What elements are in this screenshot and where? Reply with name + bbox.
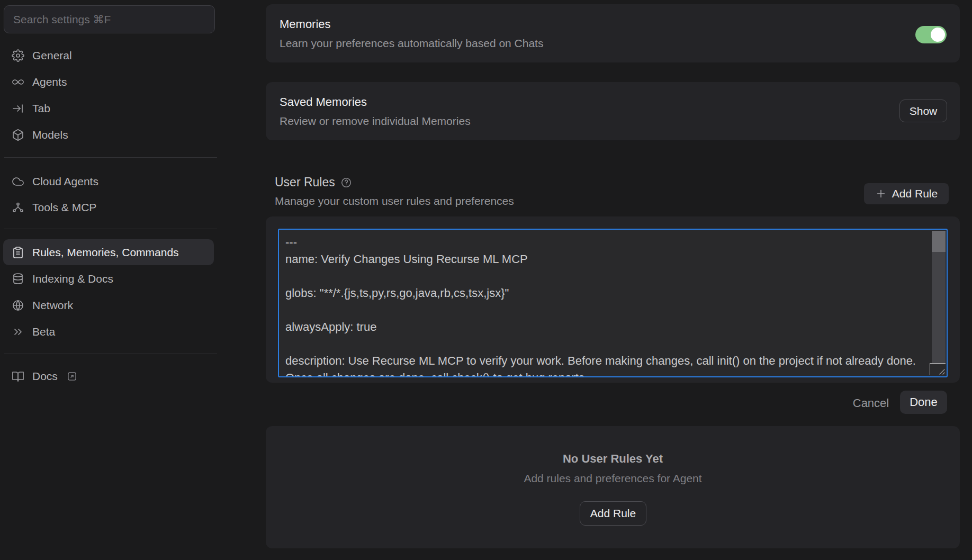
tab-arrow-icon: [12, 102, 24, 115]
sidebar-item-label: Network: [32, 299, 73, 312]
no-user-rules-card: No User Rules Yet Add rules and preferen…: [266, 426, 960, 548]
chevrons-right-icon: [12, 326, 24, 338]
sidebar-item-tab[interactable]: Tab: [3, 95, 214, 121]
database-icon: [12, 273, 24, 285]
clipboard-icon: [12, 246, 24, 259]
globe-icon: [12, 299, 24, 312]
memories-subtitle: Learn your preferences automatically bas…: [280, 37, 543, 50]
sidebar-divider: [4, 354, 217, 354]
infinity-icon: [12, 76, 24, 88]
saved-memories-card: Saved Memories Review or remove individu…: [266, 82, 960, 140]
sidebar-item-docs[interactable]: Docs: [3, 363, 214, 389]
add-rule-button-bottom[interactable]: Add Rule: [580, 501, 646, 526]
search-input[interactable]: [4, 5, 215, 33]
add-rule-label: Add Rule: [892, 187, 938, 200]
sidebar-item-indexing-docs[interactable]: Indexing & Docs: [3, 266, 214, 292]
memories-title: Memories: [280, 17, 331, 31]
memories-toggle[interactable]: [915, 26, 947, 43]
toggle-knob: [931, 28, 945, 42]
external-link-icon: [67, 371, 77, 382]
sidebar-item-label: Rules, Memories, Commands: [32, 246, 179, 259]
editor-resize-handle[interactable]: [930, 363, 946, 375]
editor-scrollbar-thumb[interactable]: [932, 231, 946, 252]
sidebar-item-tools-mcp[interactable]: Tools & MCP: [3, 194, 214, 220]
empty-state-title: No User Rules Yet: [266, 452, 960, 466]
user-rules-editor[interactable]: --- name: Verify Changes Using Recurse M…: [278, 229, 948, 377]
sidebar-item-label: Agents: [32, 76, 67, 88]
sidebar-item-label: Tools & MCP: [32, 201, 96, 214]
sidebar-item-general[interactable]: General: [3, 42, 214, 68]
network-nodes-icon: [12, 201, 24, 214]
add-rule-button-top[interactable]: Add Rule: [864, 183, 949, 204]
sidebar-divider: [4, 157, 217, 158]
cloud-icon: [12, 175, 24, 188]
saved-memories-subtitle: Review or remove individual Memories: [280, 115, 471, 128]
sidebar-item-label: Models: [32, 129, 68, 141]
editor-scrollbar-track[interactable]: [932, 231, 946, 364]
user-rules-title: User Rules: [275, 175, 335, 189]
sidebar-item-label: General: [32, 49, 72, 62]
sidebar-divider: [4, 229, 217, 229]
gear-icon: [12, 49, 24, 62]
sidebar-item-label: Indexing & Docs: [32, 273, 113, 285]
show-button[interactable]: Show: [899, 100, 947, 122]
cancel-button[interactable]: Cancel: [847, 394, 895, 413]
book-open-icon: [12, 370, 24, 383]
memories-card: Memories Learn your preferences automati…: [266, 4, 960, 62]
sidebar-item-network[interactable]: Network: [3, 292, 214, 318]
sidebar-item-models[interactable]: Models: [3, 122, 214, 148]
done-button[interactable]: Done: [900, 391, 947, 414]
help-circle-icon[interactable]: [340, 177, 352, 188]
plus-icon: [875, 188, 887, 200]
sidebar-item-label: Docs: [32, 370, 58, 383]
sidebar-item-label: Tab: [32, 102, 50, 115]
sidebar-item-agents[interactable]: Agents: [3, 69, 214, 95]
sidebar-item-rules-memories-commands[interactable]: Rules, Memories, Commands: [3, 239, 214, 265]
cube-icon: [12, 129, 24, 141]
sidebar-item-label: Cloud Agents: [32, 175, 98, 188]
sidebar-item-label: Beta: [32, 326, 55, 338]
user-rules-subtitle: Manage your custom user rules and prefer…: [275, 195, 514, 207]
sidebar-item-beta[interactable]: Beta: [3, 319, 214, 345]
sidebar-item-cloud-agents[interactable]: Cloud Agents: [3, 168, 214, 194]
user-rules-editor-text: --- name: Verify Changes Using Recurse M…: [279, 230, 947, 376]
saved-memories-title: Saved Memories: [280, 95, 367, 109]
empty-state-subtitle: Add rules and preferences for Agent: [266, 472, 960, 485]
